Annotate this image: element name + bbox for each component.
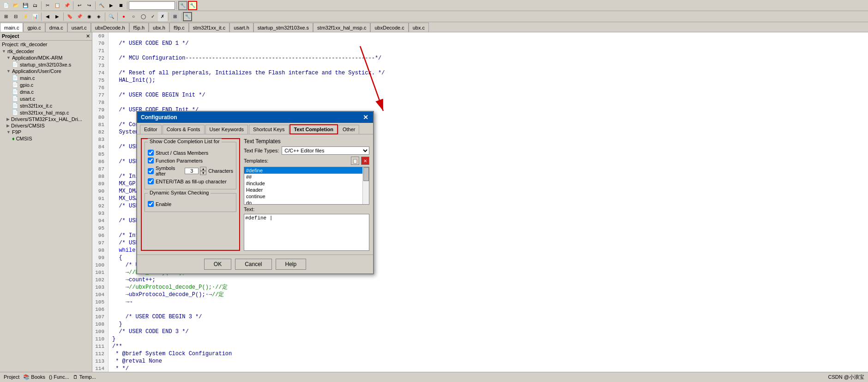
toolbar2-bm3[interactable]: ◉	[84, 12, 94, 21]
sidebar-item-main[interactable]: 📄 main.c	[0, 74, 92, 81]
tab-f9p-c[interactable]: f9p.c	[169, 23, 189, 32]
template-item-do[interactable]: do	[244, 200, 369, 205]
tab-f5p-h[interactable]: f5p.h	[129, 23, 149, 32]
template-text-area[interactable]: #define |	[244, 214, 369, 251]
checkbox-symbols[interactable]: Symbols after ▲ ▼ Characters	[148, 165, 233, 176]
sidebar-item-mdk[interactable]: ▼ Application/MDK-ARM	[0, 55, 92, 61]
toolbar2-empty[interactable]: ◯	[139, 12, 148, 21]
template-item-header[interactable]: Header	[244, 187, 369, 193]
toolbar2-search[interactable]: 🔍	[107, 12, 116, 21]
sidebar-item-f9p[interactable]: ▼ F9P	[0, 129, 92, 135]
tab-ubx-h[interactable]: ubx.h	[149, 23, 169, 32]
expand-icon-cmsis-drv: ▶	[6, 123, 10, 128]
dialog-tab-colors[interactable]: Colors & Fonts	[163, 125, 205, 134]
toolbar2-x[interactable]: ✗	[158, 12, 167, 21]
toolbar-stop[interactable]: ⏹	[116, 1, 126, 10]
spin-up[interactable]: ▲	[200, 167, 206, 171]
toolbar2-circle[interactable]: ○	[129, 12, 138, 21]
checkbox-struct[interactable]: Struct / Class Members	[148, 150, 233, 156]
template-delete-btn[interactable]: ✕	[361, 157, 369, 165]
text-section: Text:	[244, 206, 369, 212]
toolbar2-red1[interactable]: ●	[119, 12, 128, 21]
toolbar2-btn2[interactable]: ⊟	[11, 12, 20, 21]
toolbar-build[interactable]: 🔨	[97, 1, 106, 10]
toolbar2-prev[interactable]: ◀	[43, 12, 52, 21]
tab-ubx-c[interactable]: ubx.c	[409, 23, 429, 32]
tab-hal-msp[interactable]: stm32f1xx_hal_msp.c	[313, 23, 370, 32]
toolbar2-bookmark[interactable]: 🔖	[65, 12, 74, 21]
tab-usart-c[interactable]: usart.c	[67, 23, 91, 32]
project-name-input[interactable]: rtk_decoder	[129, 1, 175, 10]
code-line-70: 70 /* USER CODE END 1 */	[92, 40, 868, 47]
sidebar-item-usart[interactable]: 📄 usart.c	[0, 95, 92, 102]
toolbar2-check[interactable]: ✓	[148, 12, 157, 21]
toolbar2-btn3[interactable]: ⚡	[21, 12, 30, 21]
tab-ubxdecode-c[interactable]: ubxDecode.c	[370, 23, 408, 32]
templates-list[interactable]: #define ## #include Header continue do e…	[244, 167, 369, 205]
spin-down[interactable]: ▼	[200, 171, 206, 175]
sidebar-item-hal-drv[interactable]: ▶ Drivers/STM32F1xx_HAL_Dri...	[0, 116, 92, 122]
sidebar-item-cmsis-drv[interactable]: ▶ Drivers/CMSIS	[0, 122, 92, 129]
dialog-help-button[interactable]: Help	[276, 259, 307, 270]
toolbar-settings[interactable]: 🔧	[188, 1, 197, 10]
tab-usart-h[interactable]: usart.h	[229, 23, 253, 32]
tab-dma-c[interactable]: dma.c	[45, 23, 67, 32]
template-item-include[interactable]: #include	[244, 180, 369, 187]
toolbar-open[interactable]: 📂	[11, 1, 20, 10]
toolbar-debug[interactable]: 🔧	[178, 1, 187, 10]
sidebar-close-btn[interactable]: ✕	[86, 33, 90, 39]
dialog-cancel-button[interactable]: Cancel	[235, 259, 271, 270]
sidebar-item-gpio[interactable]: 📄 gpio.c	[0, 81, 92, 88]
toolbar2-btn1[interactable]: ⊞	[1, 12, 11, 21]
dialog-tab-keywords[interactable]: User Keywords	[205, 125, 248, 134]
status-func-tab[interactable]: () Func...	[49, 374, 69, 380]
template-item-define[interactable]: #define	[244, 167, 369, 174]
symbols-count-input[interactable]	[185, 168, 199, 174]
tab-stm32-it[interactable]: stm32f1xx_it.c	[189, 23, 229, 32]
toolbar2-bm2[interactable]: 📌	[75, 12, 84, 21]
toolbar2-grid[interactable]: ⊞	[170, 12, 180, 21]
template-item-continue[interactable]: continue	[244, 193, 369, 200]
tab-main-c[interactable]: main.c	[0, 23, 23, 32]
sidebar-item-rtk[interactable]: ▼ rtk_decoder	[0, 48, 92, 55]
toolbar-paste[interactable]: 📌	[62, 1, 72, 10]
dialog-tab-other[interactable]: Other	[338, 125, 360, 134]
sep7	[63, 12, 64, 21]
checkbox-function[interactable]: Function Parameters	[148, 158, 233, 164]
dialog-close-button[interactable]: ✕	[362, 114, 369, 121]
sidebar-item-stm32it[interactable]: 📄 stm32f1xx_it.c	[0, 102, 92, 109]
sidebar-item-user-core[interactable]: ▼ Application/User/Core	[0, 68, 92, 74]
toolbar2-btn4[interactable]: 📊	[30, 12, 40, 21]
toolbar2-bm4[interactable]: ◈	[94, 12, 103, 21]
tab-startup[interactable]: startup_stm32f103xe.s	[253, 23, 313, 32]
toolbar-new[interactable]: 📄	[1, 1, 11, 10]
toolbar-save[interactable]: 💾	[21, 1, 30, 10]
sidebar-item-halmsp[interactable]: 📄 stm32f1xx_hal_msp.c	[0, 109, 92, 116]
status-temp-tab[interactable]: 🗒 Temp...	[73, 374, 96, 380]
checkbox-enter-tab[interactable]: ENTER/TAB as fill-up character	[148, 178, 233, 184]
toolbar-undo[interactable]: ↩	[75, 1, 84, 10]
tab-ubxdecode-h[interactable]: ubxDecode.h	[91, 23, 129, 32]
toolbar-run[interactable]: ▶	[107, 1, 116, 10]
sidebar-item-startup[interactable]: 📄 startup_stm32f103xe.s	[0, 61, 92, 68]
toolbar2-next[interactable]: ▶	[53, 12, 62, 21]
file-type-select[interactable]: C/C++ Editor files	[282, 146, 369, 155]
checkbox-enable[interactable]: Enable	[148, 201, 233, 207]
template-item-hash[interactable]: ##	[244, 174, 369, 180]
toolbar-redo[interactable]: ↪	[84, 1, 94, 10]
dialog-tab-editor[interactable]: Editor	[140, 125, 162, 134]
template-new-btn[interactable]: 📋	[351, 157, 359, 165]
tab-gpio-c[interactable]: gpio.c	[23, 23, 45, 32]
toolbar-save-all[interactable]: 🗂	[30, 1, 40, 10]
status-project-tab[interactable]: Project	[4, 374, 19, 380]
sidebar-item-dma[interactable]: 📄 dma.c	[0, 88, 92, 95]
dialog-ok-button[interactable]: OK	[204, 259, 231, 270]
toolbar-copy[interactable]: 📋	[53, 1, 62, 10]
dialog-tab-textcompletion[interactable]: Text Completion	[290, 125, 338, 134]
list-scrollbar[interactable]	[362, 167, 369, 204]
sidebar-item-cmsis[interactable]: ♦ CMSIS	[0, 135, 92, 142]
dialog-tab-shortcut[interactable]: Shortcut Keys	[249, 125, 289, 134]
toolbar2-tool[interactable]: 🔧	[183, 12, 192, 21]
toolbar-cut[interactable]: ✂	[43, 1, 52, 10]
status-books-tab[interactable]: 📚 Books	[23, 374, 45, 380]
